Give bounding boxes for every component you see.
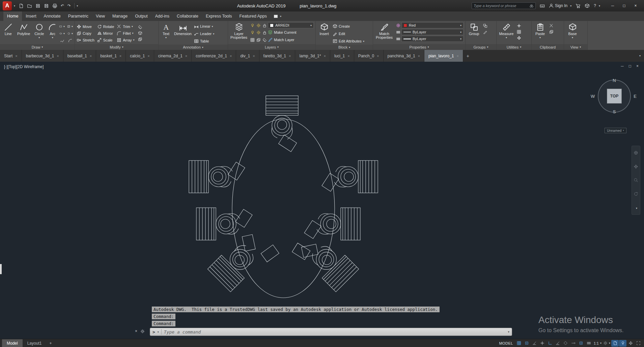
file-tab-pian-lavoro[interactable]: pian_lavoro_1 — [424, 50, 463, 62]
scale-button[interactable]: Scale — [97, 37, 114, 44]
insert-button[interactable]: Insert — [317, 22, 331, 45]
tab-collaborate[interactable]: Collaborate — [173, 11, 202, 21]
clipboard-panel-label[interactable]: Clipboard — [532, 44, 564, 50]
object-snap-tracking-toggle[interactable] — [570, 340, 577, 347]
match-layer-button[interactable]: Match Layer — [268, 36, 295, 43]
lineweight-display-toggle[interactable] — [585, 340, 593, 347]
isolate-objects-button[interactable] — [619, 340, 626, 347]
graphics-performance-toggle[interactable] — [627, 340, 634, 347]
infer-constraints-toggle[interactable] — [531, 340, 538, 347]
point-button[interactable] — [516, 35, 522, 40]
tab-addins[interactable]: Add-ins — [151, 11, 173, 21]
create-block-button[interactable]: Create — [333, 23, 364, 30]
search-icon[interactable] — [529, 4, 534, 8]
copy-button[interactable]: Copy — [77, 30, 94, 37]
grid-display-toggle[interactable] — [515, 340, 523, 347]
modify-panel-label[interactable]: Modify — [75, 44, 158, 50]
doc-close-button[interactable]: × — [636, 64, 639, 68]
tab-home[interactable]: Home — [3, 11, 22, 21]
minimize-button[interactable]: ─ — [607, 1, 618, 10]
tab-featured-apps[interactable]: Featured Apps — [236, 11, 271, 21]
ellipse-tool-icon[interactable] — [59, 31, 65, 36]
array-button[interactable]: Array — [117, 37, 134, 44]
group-button[interactable]: Group — [467, 22, 481, 44]
viewcube-west[interactable]: W — [591, 94, 595, 99]
tab-express-tools[interactable]: Express Tools — [202, 11, 236, 21]
layout1-tab[interactable]: Layout1 — [23, 339, 47, 347]
make-current-button[interactable]: Make Current — [268, 29, 297, 36]
move-button[interactable]: Move — [77, 23, 94, 30]
edit-attributes-button[interactable]: Edit Attributes — [333, 38, 364, 45]
dynamic-input-toggle[interactable] — [539, 340, 546, 347]
text-button[interactable]: Text — [160, 22, 172, 45]
file-tab-lamp[interactable]: lamp_3d_1* — [295, 50, 330, 62]
model-space-button[interactable]: MODEL — [497, 340, 515, 347]
viewcube-top-face[interactable]: TOP — [607, 89, 622, 104]
help-button[interactable]: ? — [594, 3, 600, 8]
drawing-canvas[interactable] — [0, 62, 644, 339]
tab-manage[interactable]: Manage — [109, 11, 131, 21]
viewcube-south[interactable]: S — [613, 109, 616, 114]
draw-panel-label[interactable]: Draw — [0, 44, 75, 50]
groups-panel-label[interactable]: Groups — [466, 44, 496, 50]
file-tab-calcio[interactable]: calcio_1 — [126, 50, 154, 62]
viewcube-east[interactable]: E — [634, 94, 637, 99]
layer-freeze-button[interactable] — [256, 30, 261, 35]
command-customize-icon[interactable] — [140, 329, 145, 334]
save-icon[interactable] — [35, 3, 40, 8]
sign-in-button[interactable]: Sign In — [549, 3, 571, 8]
color-wheel-icon[interactable] — [395, 23, 401, 28]
layer-thaw-button[interactable] — [256, 23, 261, 28]
file-tab-basket[interactable]: basket_1 — [96, 50, 126, 62]
linear-dimension-button[interactable]: Linear — [194, 23, 214, 30]
file-tab-cinema[interactable]: cinema_2d_1 — [154, 50, 192, 62]
rotate-button[interactable]: Rotate — [97, 23, 114, 30]
arc-button[interactable]: Arc — [47, 22, 58, 44]
layers-panel-label[interactable]: Layers — [228, 44, 315, 50]
stretch-button[interactable]: Stretch — [77, 37, 94, 44]
doc-minimize-button[interactable]: ─ — [621, 64, 624, 68]
command-expand-icon[interactable]: ▾ — [508, 330, 509, 334]
pan-icon[interactable] — [634, 164, 638, 169]
edit-block-button[interactable]: Edit — [333, 30, 364, 37]
file-tab-panchina[interactable]: panchina_3d_1 — [384, 50, 425, 62]
circle-extra-tool-icon[interactable] — [67, 31, 73, 36]
match-properties-button[interactable]: Match Properties — [375, 22, 394, 44]
layer-delete-button[interactable] — [262, 37, 267, 42]
open-file-icon[interactable] — [27, 3, 32, 8]
layer-select-combo[interactable]: ARREDI — [268, 22, 314, 28]
lineweight-icon-button[interactable] — [395, 36, 401, 41]
qat-customize-dropdown-icon[interactable]: ▾ — [77, 4, 78, 7]
viewport-controls[interactable]: [-][Top][2D Wireframe] — [4, 64, 44, 69]
orbit-icon[interactable] — [634, 192, 638, 196]
file-tab-luci[interactable]: luci_1 — [330, 50, 354, 62]
lineweight-combo[interactable]: ByLayer — [401, 36, 464, 42]
paste-button[interactable]: Paste — [533, 22, 547, 44]
tab-insert[interactable]: Insert — [22, 11, 40, 21]
tab-output[interactable]: Output — [131, 11, 151, 21]
hatch-tool-icon[interactable] — [67, 24, 73, 29]
rectangle-tool-icon[interactable] — [59, 24, 65, 29]
quick-calc-button[interactable] — [516, 29, 522, 34]
autodesk-app-icon[interactable] — [585, 3, 590, 8]
copy-clip-button[interactable] — [549, 29, 554, 34]
fillet-button[interactable]: Fillet — [117, 30, 134, 37]
layer-merge-button[interactable] — [256, 37, 261, 42]
arc-extra-tool-icon[interactable] — [67, 38, 73, 44]
command-input[interactable] — [164, 329, 506, 335]
polyline-button[interactable]: Polyline — [16, 22, 31, 44]
close-button[interactable]: × — [630, 1, 641, 10]
model-tab[interactable]: Model — [2, 339, 23, 347]
layer-lock-button[interactable] — [262, 23, 267, 28]
tab-parametric[interactable]: Parametric — [64, 11, 92, 21]
redo-icon[interactable]: ↷ — [67, 3, 71, 8]
annotation-monitor-toggle[interactable] — [611, 340, 619, 347]
base-button[interactable]: Base — [566, 22, 579, 44]
annotation-scale-button[interactable]: 1:1 — [593, 340, 602, 347]
circle-button[interactable]: Circle — [33, 22, 46, 44]
dimension-button[interactable]: Dimension — [173, 22, 192, 45]
annotation-panel-label[interactable]: Annotation — [159, 45, 228, 50]
file-tab-div[interactable]: div_1 — [236, 50, 259, 62]
erase-button[interactable] — [138, 25, 143, 30]
tab-view[interactable]: View — [92, 11, 109, 21]
